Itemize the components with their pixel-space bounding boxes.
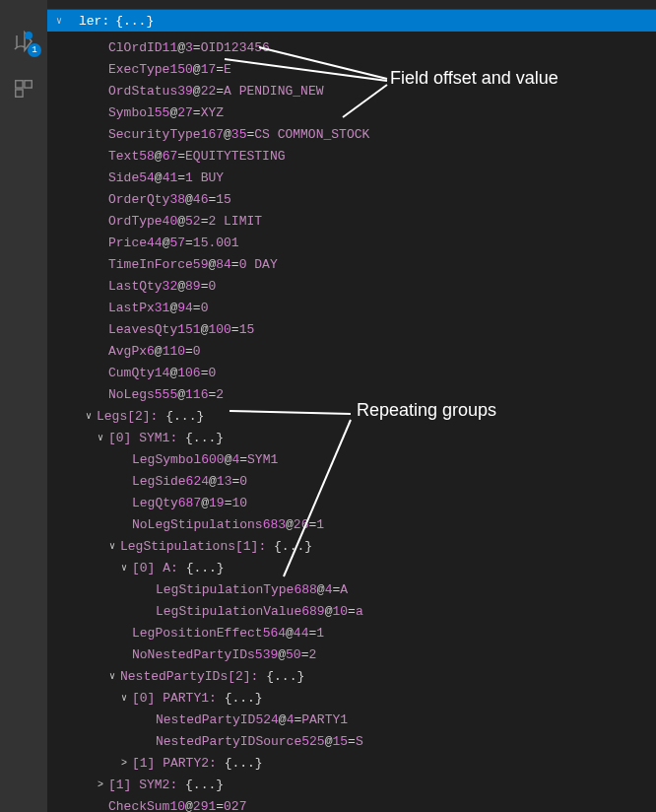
chevron-right-icon[interactable]: > xyxy=(116,753,132,775)
equals: = xyxy=(208,189,216,211)
field-name: ExecType xyxy=(108,59,169,81)
field-value: 0 xyxy=(193,341,201,363)
field-name: AvgPx xyxy=(108,341,147,363)
equals: = xyxy=(225,493,232,514)
activity-bar: 1 xyxy=(0,0,47,812)
field-offset: 22 xyxy=(201,81,217,102)
tree-field-row[interactable]: NestedPartyID 524 @ 4 = PARTY1 xyxy=(47,710,656,731)
tree-field-row[interactable]: LastPx 31 @ 94 = 0 xyxy=(47,298,656,319)
tree-field-row[interactable]: ClOrdID 11 @ 3 = OID123456 xyxy=(47,37,656,59)
tree-field-row[interactable]: LegQty 687 @ 19 = 10 xyxy=(47,493,656,514)
at-symbol: @ xyxy=(325,601,333,623)
tree-field-row[interactable]: Text 58 @ 67 = EQUITYTESTING xyxy=(47,146,656,168)
field-name: NestedPartyIDSource xyxy=(156,731,301,753)
tree-field-row[interactable]: Symbol 55 @ 27 = XYZ xyxy=(47,102,656,124)
field-offset: 57 xyxy=(169,233,185,254)
equals: = xyxy=(231,254,239,276)
field-offset: 52 xyxy=(185,211,201,233)
equals: = xyxy=(177,168,185,189)
field-name: Price xyxy=(108,233,147,254)
tree-group-row[interactable]: ∨NestedPartyIDs[2]: {...} xyxy=(47,666,656,688)
tree-field-row[interactable]: NoNestedPartyIDs 539 @ 50 = 2 xyxy=(47,644,656,666)
chevron-down-icon[interactable]: ∨ xyxy=(104,536,120,558)
group-label: [0] A: xyxy=(132,558,178,579)
field-tag: 687 xyxy=(178,493,201,514)
at-symbol: @ xyxy=(177,37,185,59)
field-tag: 688 xyxy=(294,579,316,601)
tree-field-row[interactable]: SecurityType 167 @ 35 = CS COMMON_STOCK xyxy=(47,124,656,146)
tree-field-row[interactable]: NestedPartyIDSource 525 @ 15 = S xyxy=(47,731,656,753)
field-tag: 39 xyxy=(177,81,193,102)
field-value: A xyxy=(340,579,348,601)
field-tag: 58 xyxy=(139,146,155,168)
tree-field-row[interactable]: LastQty 32 @ 89 = 0 xyxy=(47,276,656,298)
field-value: 15 xyxy=(239,319,255,341)
field-tag: 525 xyxy=(301,731,324,753)
field-offset: 67 xyxy=(163,146,178,168)
run-debug-icon[interactable]: 1 xyxy=(10,28,37,55)
at-symbol: @ xyxy=(185,796,193,812)
group-label: [0] SYM1: xyxy=(108,428,177,449)
tree-group-row[interactable]: ∨LegStipulations[1]: {...} xyxy=(47,536,656,558)
group-braces: {...} xyxy=(225,688,263,710)
tree-group-row[interactable]: >[1] SYM2: {...} xyxy=(47,775,656,796)
variables-section-header[interactable]: ∨ ler: {...} xyxy=(47,10,656,32)
at-symbol: @ xyxy=(317,579,325,601)
tree-field-row[interactable]: OrderQty 38 @ 46 = 15 xyxy=(47,189,656,211)
field-value: E xyxy=(224,59,231,81)
field-name: OrdStatus xyxy=(108,81,177,102)
tree-field-row[interactable]: OrdStatus 39 @ 22 = A PENDING_NEW xyxy=(47,81,656,102)
tree-field-row[interactable]: Side 54 @ 41 = 1 BUY xyxy=(47,168,656,189)
tree-field-row[interactable]: LegStipulationValue 689 @ 10 = a xyxy=(47,601,656,623)
field-name: LeavesQty xyxy=(108,319,177,341)
tree-group-row[interactable]: >[1] PARTY2: {...} xyxy=(47,753,656,775)
tree-field-row[interactable]: LeavesQty 151 @ 100 = 15 xyxy=(47,319,656,341)
group-braces: {...} xyxy=(225,753,263,775)
tree-group-row[interactable]: ∨[0] PARTY1: {...} xyxy=(47,688,656,710)
tree-field-row[interactable]: CumQty 14 @ 106 = 0 xyxy=(47,363,656,384)
extensions-icon[interactable] xyxy=(10,75,37,102)
tree-group-row[interactable]: ∨[0] A: {...} xyxy=(47,558,656,579)
equals: = xyxy=(231,471,239,493)
group-label: NestedPartyIDs[2]: xyxy=(120,666,258,688)
at-symbol: @ xyxy=(201,319,209,341)
chevron-down-icon[interactable]: ∨ xyxy=(81,406,97,428)
tree-field-row[interactable]: OrdType 40 @ 52 = 2 LIMIT xyxy=(47,211,656,233)
field-name: Side xyxy=(108,168,139,189)
tree-field-row[interactable]: LegPositionEffect 564 @ 44 = 1 xyxy=(47,623,656,644)
tree-field-row[interactable]: ExecType 150 @ 17 = E xyxy=(47,59,656,81)
field-value: 0 xyxy=(208,363,216,384)
tab-bar xyxy=(47,0,656,10)
field-value: 0 xyxy=(208,276,216,298)
tree-field-row[interactable]: TimeInForce 59 @ 84 = 0 DAY xyxy=(47,254,656,276)
field-value: CS COMMON_STOCK xyxy=(254,124,369,146)
group-braces: {...} xyxy=(266,666,304,688)
tree-field-row[interactable]: LegSide 624 @ 13 = 0 xyxy=(47,471,656,493)
equals: = xyxy=(185,341,193,363)
tree-group-row[interactable]: ∨Legs[2]: {...} xyxy=(47,406,656,428)
field-tag: 40 xyxy=(163,211,178,233)
field-tag: 624 xyxy=(186,471,209,493)
equals: = xyxy=(193,37,201,59)
tree-field-row[interactable]: Price 44 @ 57 = 15.001 xyxy=(47,233,656,254)
chevron-down-icon[interactable]: ∨ xyxy=(116,688,132,710)
field-tag: 6 xyxy=(147,341,155,363)
at-symbol: @ xyxy=(169,298,177,319)
at-symbol: @ xyxy=(177,211,185,233)
tree-field-row[interactable]: LegSymbol 600 @ 4 = SYM1 xyxy=(47,449,656,471)
tree-group-row[interactable]: ∨[0] SYM1: {...} xyxy=(47,428,656,449)
chevron-right-icon[interactable]: > xyxy=(93,775,108,796)
field-tag: 31 xyxy=(155,298,170,319)
variables-tree[interactable]: ClOrdID 11 @ 3 = OID123456ExecType 150 @… xyxy=(47,32,656,812)
tree-field-row[interactable]: NoLegs 555 @ 116 = 2 xyxy=(47,384,656,406)
tree-field-row[interactable]: CheckSum 10 @ 291 = 027 xyxy=(47,796,656,812)
tree-field-row[interactable]: AvgPx 6 @ 110 = 0 xyxy=(47,341,656,363)
chevron-down-icon[interactable]: ∨ xyxy=(104,666,120,688)
equals: = xyxy=(348,601,356,623)
tree-field-row[interactable]: NoLegStipulations 683 @ 26 = 1 xyxy=(47,514,656,536)
chevron-down-icon[interactable]: ∨ xyxy=(116,558,132,579)
chevron-down-icon[interactable]: ∨ xyxy=(93,428,108,449)
tree-field-row[interactable]: LegStipulationType 688 @ 4 = A xyxy=(47,579,656,601)
field-value: 2 LIMIT xyxy=(208,211,262,233)
header-braces: {...} xyxy=(115,14,154,29)
